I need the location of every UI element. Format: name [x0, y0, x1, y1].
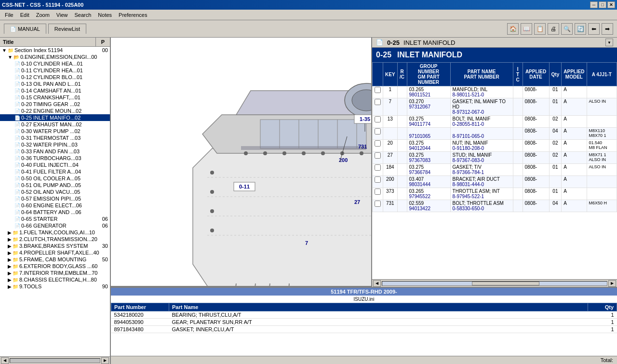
table-row[interactable]: 8944053090 GEAR; PLANETARY SUN,RR A/T 1: [111, 319, 617, 326]
list-item[interactable]: ▶ 📁 2.CLUTCH,TRANSMISSION...20: [0, 236, 110, 243]
row-checkbox[interactable]: [375, 116, 381, 122]
menu-edit[interactable]: Edit: [17, 11, 32, 19]
list-item[interactable]: 📄 0-14 CAMSHAFT AN...01: [0, 87, 110, 94]
list-item[interactable]: 📄 0-30 WATER PUMP ...02: [0, 128, 110, 135]
menu-preferences[interactable]: Preferences: [116, 11, 150, 19]
tree-horizontal-scrollbar[interactable]: ◀ ▶: [0, 356, 110, 364]
scroll-thumb[interactable]: [472, 282, 539, 285]
forward-button[interactable]: ➡: [602, 23, 613, 35]
list-item[interactable]: ▶ 📁 4.PROPELLER SHAFT,AXLE...40: [0, 249, 110, 256]
open-book-button[interactable]: 📖: [521, 23, 532, 35]
tree-body[interactable]: ▼ 📁 Section Index 51194 00 ▼ 📂 0.ENGINE,…: [0, 47, 110, 356]
table-row[interactable]: 731 02.55994013422 BOLT; THROTTLE ASM0-5…: [373, 200, 617, 212]
scroll-right-button[interactable]: ▶: [608, 280, 616, 287]
list-item[interactable]: 📄 0-57 EMISSION PIPI...05: [0, 195, 110, 202]
table-row[interactable]: 7 03.27097312067 GASKET; INL MANIF TO HD…: [373, 98, 617, 116]
tree-item-section[interactable]: ▼ 📁 Section Index 51194 00: [0, 47, 110, 54]
table-row[interactable]: 8971843480 GASKET; INNER,CLU,A/T 1: [111, 326, 617, 333]
menu-notes[interactable]: Notes: [95, 11, 115, 19]
parts-horizontal-scrollbar[interactable]: ◀ ▶: [372, 279, 617, 287]
list-item[interactable]: 📄 0-20 TIMING GEAR ...02: [0, 101, 110, 108]
back-button[interactable]: ⬅: [588, 23, 600, 35]
scroll-left-button[interactable]: ◀: [373, 280, 381, 287]
list-item[interactable]: 📄 0-60 ENGINE ELECT...06: [0, 202, 110, 209]
bottom-table-container[interactable]: Part Number Part Name Qty 5342180020 BEA…: [111, 303, 617, 356]
menu-file[interactable]: File: [2, 11, 16, 19]
page-button[interactable]: 📋: [534, 23, 546, 35]
list-item-selected[interactable]: 📄 0-25 INLET MANIFO...02: [0, 114, 110, 121]
tab-manual[interactable]: 📄 MANUAL: [4, 24, 46, 34]
row-checkbox[interactable]: [375, 201, 381, 207]
table-row[interactable]: 184 03.27597366784 GASKET; T/V8-97366-78…: [373, 164, 617, 176]
expand-icon: ▶: [8, 250, 12, 256]
row-checkbox[interactable]: [375, 152, 381, 159]
list-item[interactable]: 📄 0-33 FAN AND FAN ...03: [0, 148, 110, 155]
list-item[interactable]: 📄 0-36 TURBOCHARG...03: [0, 155, 110, 162]
menu-view[interactable]: View: [54, 11, 71, 19]
list-item[interactable]: 📄 0-66 GENERATOR 06: [0, 222, 110, 229]
close-button[interactable]: ✕: [607, 1, 615, 8]
table-row[interactable]: 27 03.27597367083 STUD; INL MANIF8-97367…: [373, 152, 617, 164]
model-cell: A: [562, 128, 587, 140]
table-row[interactable]: 200 03.40798031444 BRACKET; AIR DUCT8-98…: [373, 176, 617, 188]
scroll-left-button[interactable]: ◀: [1, 357, 9, 364]
list-item[interactable]: ▶ 📁 8.CHASSIS ELECTRICAL,H...80: [0, 276, 110, 283]
table-row[interactable]: 373 03.26597945522 THROTTLE ASM; INT8-97…: [373, 188, 617, 200]
list-item[interactable]: 📄 0-31 THERMOSTAT ...03: [0, 135, 110, 141]
list-item[interactable]: 📄 0-12 CYLINDER BLO...01: [0, 74, 110, 81]
partname-cell: 8-97101-065-0: [450, 128, 513, 140]
home-button[interactable]: 🏠: [507, 23, 519, 35]
table-row[interactable]: 20 03.27594012044 NUT; INL MANIF0-91180-…: [373, 140, 617, 152]
table-row[interactable]: 97101065 8-97101-065-0 0808- 04 A M8X110…: [373, 128, 617, 140]
print-button[interactable]: 🖨: [548, 23, 559, 35]
list-item[interactable]: ▶ 📁 5.FRAME, CAB MOUNTING 50: [0, 256, 110, 263]
parts-dropdown-button[interactable]: ▼: [605, 39, 613, 46]
list-item[interactable]: 📄 0-52 OIL AND VACU...05: [0, 189, 110, 195]
row-checkbox[interactable]: [375, 140, 381, 147]
list-item[interactable]: 📄 0-32 WATER PIPIN...03: [0, 141, 110, 148]
maximize-button[interactable]: □: [599, 1, 606, 8]
scroll-track[interactable]: [382, 281, 607, 286]
refresh-button[interactable]: 🔄: [575, 23, 586, 35]
list-item[interactable]: 📄 0-27 EXHAUST MAN...02: [0, 121, 110, 128]
list-item[interactable]: 📄 0-10 CYLINDER HEA...01: [0, 60, 110, 67]
tree-item-engine[interactable]: ▼ 📂 0.ENGINE,EMISSION,ENGI...00: [0, 54, 110, 60]
list-item[interactable]: 📄 0-65 STARTER 06: [0, 216, 110, 222]
list-item[interactable]: ▶ 📁 3.BRAKE,BRAKES SYSTEM 30: [0, 243, 110, 249]
list-item[interactable]: 📄 0-40 FUEL INJECTI...04: [0, 162, 110, 168]
scroll-track[interactable]: [10, 358, 100, 363]
menu-zoom[interactable]: Zoom: [33, 11, 53, 19]
list-item[interactable]: ▶ 📁 6.EXTERIOR BODY,GLASS ...60: [0, 263, 110, 270]
list-item[interactable]: ▶ 📁 7.INTERIOR TRIM,EMBLEM...70: [0, 270, 110, 276]
search-button[interactable]: 🔍: [561, 23, 573, 35]
list-item[interactable]: 📄 0-13 OIL PAN AND L...01: [0, 81, 110, 87]
list-item[interactable]: ▶ 📁 1.FUEL TANK,COOLING,AI...10: [0, 229, 110, 236]
row-checkbox[interactable]: [375, 87, 381, 93]
list-item[interactable]: 📄 0-51 OIL PUMP AND...05: [0, 182, 110, 189]
note-cell: M8X110 M8X70 1: [587, 128, 617, 140]
row-checkbox[interactable]: [375, 189, 381, 195]
note-cell: [587, 116, 617, 128]
list-item[interactable]: 📄 0-64 BATTERY AND ...06: [0, 209, 110, 216]
parts-table-container[interactable]: KEY R/C GROUP NUMBERGM PART NUMBER PART …: [372, 62, 617, 279]
scroll-right-button[interactable]: ▶: [101, 357, 109, 364]
list-item[interactable]: ▶ 📁 9.TOOLS 90: [0, 283, 110, 290]
list-item[interactable]: 📄 0-41 FUEL FILTER A...04: [0, 168, 110, 175]
row-checkbox[interactable]: [375, 99, 381, 105]
doc-icon: 📄: [14, 129, 20, 134]
table-row[interactable]: 5342180020 BEARING; THRUST,CLU,A/T 1: [111, 311, 617, 319]
table-row[interactable]: 13 03.27594011774 BOLT; INL MANIF0-28055…: [373, 116, 617, 128]
list-item[interactable]: 📄 0-22 ENGINE MOUN...02: [0, 108, 110, 114]
list-item[interactable]: 📄 0-11 CYLINDER HEA...01: [0, 67, 110, 74]
list-item[interactable]: 📄 0-15 CRANKSHAFT,...01: [0, 94, 110, 101]
minimize-button[interactable]: ─: [590, 1, 598, 8]
table-row[interactable]: 1 03.26598011521 MANIFOLD; INL8-98011-52…: [373, 86, 617, 98]
menu-search[interactable]: Search: [71, 11, 94, 19]
row-checkbox[interactable]: [375, 176, 381, 183]
row-checkbox[interactable]: [375, 128, 381, 135]
row-checkbox[interactable]: [375, 164, 381, 171]
list-item[interactable]: 📄 0-50 OIL COOLER A...05: [0, 175, 110, 182]
tab-reviewlist[interactable]: ReviewList: [48, 24, 86, 34]
applied-date-cell: 0808-: [523, 116, 549, 128]
folder-icon: 📂: [13, 54, 19, 60]
